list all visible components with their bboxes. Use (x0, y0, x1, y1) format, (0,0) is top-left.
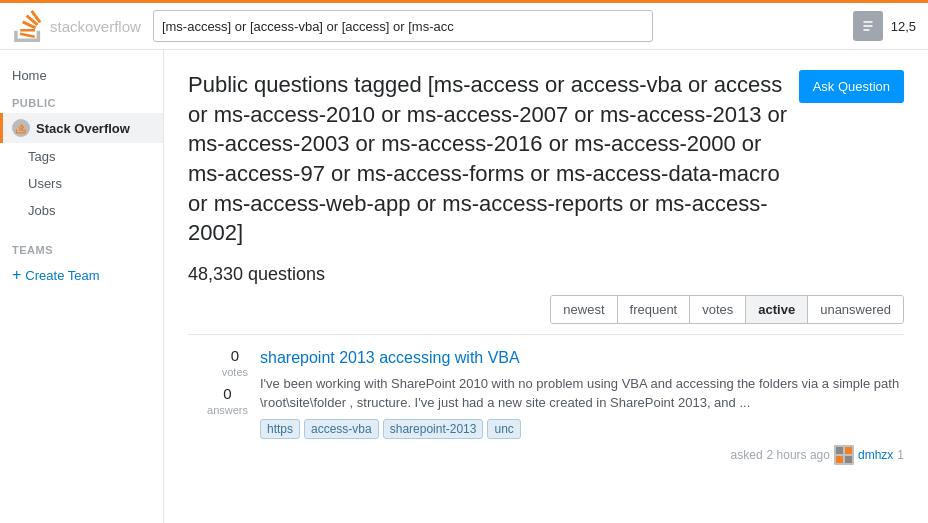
filter-votes[interactable]: votes (690, 296, 746, 323)
nav-section-public: PUBLIC (0, 89, 163, 113)
tag-unc[interactable]: unc (487, 419, 520, 439)
questions-count: 48,330 questions (188, 264, 904, 285)
create-team-plus-icon: + (12, 266, 21, 284)
count-filter-row: 48,330 questions newest frequent votes a… (188, 264, 904, 334)
main-content: Public questions tagged [ms-access or ac… (164, 50, 928, 523)
filter-frequent[interactable]: frequent (618, 296, 691, 323)
question-excerpt: I've been working with SharePoint 2010 w… (260, 374, 904, 413)
achievements-icon[interactable] (853, 11, 883, 41)
filter-newest[interactable]: newest (551, 296, 617, 323)
nav-section-teams: TEAMS (0, 236, 163, 260)
nav-users[interactable]: Users (0, 170, 163, 197)
svg-rect-5 (845, 456, 852, 463)
vote-count: 0 votes (222, 347, 248, 379)
header: stackoverflow 12,5 (0, 0, 928, 50)
nav-create-team[interactable]: + Create Team (0, 260, 163, 290)
avatar (834, 445, 854, 465)
stackoverflow-logo-icon (12, 10, 44, 42)
filter-active[interactable]: active (746, 296, 808, 323)
filter-unanswered[interactable]: unanswered (808, 296, 903, 323)
tag-https[interactable]: https (260, 419, 300, 439)
logo-text: stackoverflow (50, 18, 141, 35)
nav-stackoverflow[interactable]: Stack Overflow (0, 113, 163, 143)
user-name[interactable]: dmhzx (858, 448, 893, 462)
page-header: Public questions tagged [ms-access or ac… (188, 70, 904, 248)
layout: Home PUBLIC Stack Overflow Tags Users Jo… (0, 50, 928, 523)
filter-bar: newest frequent votes active unanswered (550, 295, 904, 324)
sidebar: Home PUBLIC Stack Overflow Tags Users Jo… (0, 50, 164, 523)
page-title: Public questions tagged [ms-access or ac… (188, 70, 799, 248)
user-rep: 1 (897, 448, 904, 462)
answer-count: 0 answers (207, 385, 248, 417)
svg-rect-3 (845, 447, 852, 454)
tag-sharepoint-2013[interactable]: sharepoint-2013 (383, 419, 484, 439)
teams-section: TEAMS + Create Team (0, 236, 163, 290)
question-tags: https access-vba sharepoint-2013 unc (260, 419, 904, 439)
nav-tags[interactable]: Tags (0, 143, 163, 170)
ask-question-button[interactable]: Ask Question (799, 70, 904, 103)
tag-access-vba[interactable]: access-vba (304, 419, 379, 439)
svg-rect-2 (836, 447, 843, 454)
nav-stackoverflow-label: Stack Overflow (36, 121, 130, 136)
header-rep: 12,5 (891, 19, 916, 34)
question-content: sharepoint 2013 accessing with VBA I've … (260, 347, 904, 464)
asked-label: asked (731, 448, 763, 462)
logo[interactable]: stackoverflow (12, 10, 141, 42)
nav-jobs[interactable]: Jobs (0, 197, 163, 224)
svg-rect-4 (836, 456, 843, 463)
question-meta: asked 2 hours ago dmhzx (260, 445, 904, 465)
question-list: 0 votes 0 answers sharepoint 2013 access… (188, 334, 904, 476)
search-input[interactable] (153, 10, 653, 42)
create-team-label: Create Team (25, 268, 99, 283)
question-stats: 0 votes 0 answers (188, 347, 248, 464)
time-ago: 2 hours ago (767, 448, 830, 462)
header-right: 12,5 (853, 11, 916, 41)
stackoverflow-nav-icon (12, 119, 30, 137)
table-row: 0 votes 0 answers sharepoint 2013 access… (188, 334, 904, 476)
nav-home[interactable]: Home (0, 62, 163, 89)
question-title[interactable]: sharepoint 2013 accessing with VBA (260, 349, 520, 366)
